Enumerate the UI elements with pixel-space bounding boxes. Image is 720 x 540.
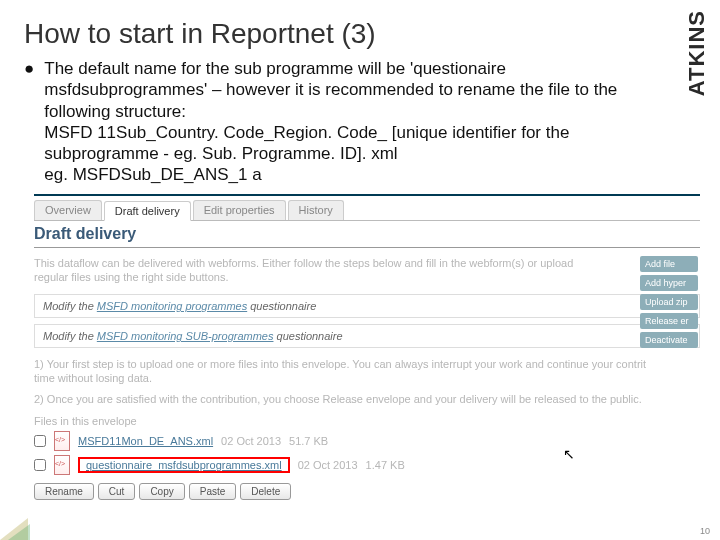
- screenshot-embed: Overview Draft delivery Edit properties …: [34, 200, 700, 506]
- questionnaire-box-2: Modify the MSFD monitoring SUB-programme…: [34, 324, 700, 348]
- sidebar-actions: Add file Add hyper Upload zip Release er…: [640, 256, 698, 351]
- delivery-desc: This dataflow can be delivered with webf…: [34, 252, 700, 289]
- step-1: 1) Your first step is to upload one or m…: [34, 354, 700, 389]
- file-1-date: 02 Oct 2013: [221, 435, 281, 447]
- file-checkbox[interactable]: [34, 435, 46, 447]
- delete-button[interactable]: Delete: [240, 483, 291, 500]
- bullet-icon: ●: [24, 58, 34, 79]
- deactivate-button[interactable]: Deactivate: [640, 332, 698, 348]
- add-file-button[interactable]: Add file: [640, 256, 698, 272]
- file-2-date: 02 Oct 2013: [298, 459, 358, 471]
- page-number: 10: [700, 526, 710, 536]
- divider: [34, 194, 700, 196]
- cursor-icon: ↖: [563, 446, 575, 462]
- rename-button[interactable]: Rename: [34, 483, 94, 500]
- paste-button[interactable]: Paste: [189, 483, 237, 500]
- tab-overview[interactable]: Overview: [34, 200, 102, 220]
- file-row-2: questionnaire_msfdsubprogrammes.xml 02 O…: [34, 453, 700, 477]
- msfd-sub-programmes-link[interactable]: MSFD monitoring SUB-programmes: [97, 330, 274, 342]
- file-row-1: MSFD11Mon_DE_ANS.xml 02 Oct 2013 51.7 KB: [34, 429, 700, 453]
- files-label: Files in this envelope: [34, 409, 700, 429]
- file-2-size: 1.47 KB: [366, 459, 405, 471]
- msfd-programmes-link[interactable]: MSFD monitoring programmes: [97, 300, 247, 312]
- slide-title: How to start in Reportnet (3): [0, 0, 720, 50]
- tab-bar: Overview Draft delivery Edit properties …: [34, 200, 700, 221]
- decor-triangle: [8, 524, 30, 540]
- tab-history[interactable]: History: [288, 200, 344, 220]
- tab-edit-properties[interactable]: Edit properties: [193, 200, 286, 220]
- file-checkbox[interactable]: [34, 459, 46, 471]
- tab-draft-delivery[interactable]: Draft delivery: [104, 201, 191, 221]
- xml-file-icon: [54, 431, 70, 451]
- copy-button[interactable]: Copy: [139, 483, 184, 500]
- questionnaire-box-1: Modify the MSFD monitoring programmes qu…: [34, 294, 700, 318]
- body-paragraph: ● The default name for the sub programme…: [0, 50, 720, 194]
- section-heading: Draft delivery: [34, 221, 700, 248]
- cut-button[interactable]: Cut: [98, 483, 136, 500]
- file-1-size: 51.7 KB: [289, 435, 328, 447]
- add-hyperlink-button[interactable]: Add hyper: [640, 275, 698, 291]
- file-2-highlight: questionnaire_msfdsubprogrammes.xml: [78, 457, 290, 473]
- file-pattern-text: MSFD 11Sub_Country. Code_Region. Code_ […: [44, 122, 650, 165]
- paragraph-text: The default name for the sub programme w…: [44, 58, 650, 122]
- file-2-link[interactable]: questionnaire_msfdsubprogrammes.xml: [86, 459, 282, 471]
- xml-file-icon: [54, 455, 70, 475]
- example-text: eg. MSFDSub_DE_ANS_1 a: [44, 164, 650, 185]
- step-2: 2) Once you are satisfied with the contr…: [34, 389, 700, 409]
- file-action-bar: Rename Cut Copy Paste Delete: [34, 477, 700, 506]
- release-envelope-button[interactable]: Release er: [640, 313, 698, 329]
- file-1-link[interactable]: MSFD11Mon_DE_ANS.xml: [78, 435, 213, 447]
- brand-logo: ATKINS: [684, 10, 710, 96]
- upload-zip-button[interactable]: Upload zip: [640, 294, 698, 310]
